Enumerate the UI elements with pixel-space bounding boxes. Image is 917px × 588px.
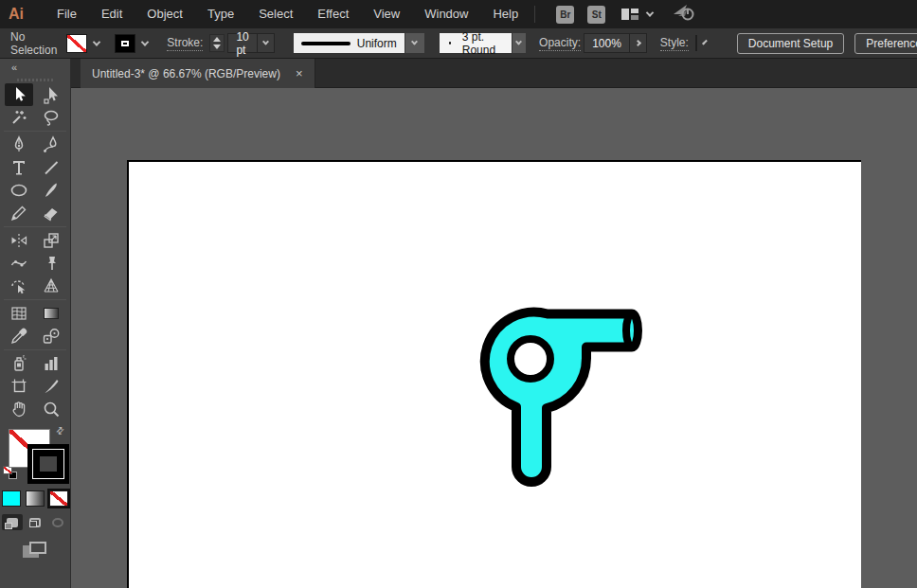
menu-select[interactable]: Select [246,0,305,28]
menu-effect[interactable]: Effect [305,0,361,28]
lasso-tool[interactable] [37,106,65,129]
fill-none-swatch[interactable] [66,34,87,53]
close-icon[interactable]: × [296,67,303,80]
lasso-icon [42,108,61,127]
graphic-style-swatch[interactable] [695,35,697,51]
draw-mode-buttons [0,514,70,530]
style-chevron[interactable] [702,39,708,45]
selection-tool[interactable] [5,83,33,106]
width-profile-dropdown[interactable]: Uniform [294,33,424,53]
none-button[interactable] [49,490,68,507]
swap-fill-stroke-icon[interactable]: ⇄ [53,424,66,437]
chevron-down-icon[interactable] [93,38,100,45]
direct-selection-tool[interactable] [37,83,65,106]
mesh-tool[interactable] [5,302,33,325]
gradient-tool[interactable] [37,302,65,325]
stroke-color-control[interactable] [115,34,153,53]
collapse-panel-icon[interactable]: « [11,62,16,73]
color-button[interactable] [2,490,21,507]
bridge-button[interactable]: Br [556,6,574,24]
draw-inside-button[interactable] [47,514,68,530]
document-title[interactable]: Untitled-3* @ 66.67% (RGB/Preview) [92,67,280,80]
brush-preview[interactable]: 3 pt. Round [440,33,512,53]
fill-color-control[interactable] [66,34,105,53]
app-logo[interactable]: Ai [9,6,24,23]
chevron-down-icon[interactable] [141,38,149,45]
draw-behind-button[interactable] [25,514,45,530]
toolbar-grip[interactable] [17,79,53,81]
opacity-value[interactable]: 100% [584,37,629,50]
hand-tool[interactable] [5,398,33,420]
workspace-switcher[interactable] [620,7,653,22]
menu-object[interactable]: Object [135,0,195,28]
scale-icon [42,231,61,250]
type-tool[interactable] [5,156,33,179]
default-fill-stroke-icon[interactable] [3,466,17,479]
gradient-button[interactable] [26,490,45,507]
eraser-tool[interactable] [37,202,65,224]
menu-view[interactable]: View [361,0,412,28]
stepper-down-icon[interactable] [213,45,221,49]
artboard-tool[interactable] [5,375,33,398]
gpu-performance-icon[interactable] [672,3,696,26]
symbol-sprayer-tool[interactable] [5,352,33,375]
magic-wand-tool[interactable] [5,106,33,129]
width-profile-preview[interactable]: Uniform [294,33,405,53]
scale-tool[interactable] [37,229,65,252]
document-setup-button[interactable]: Document Setup [737,33,844,54]
hair-dryer-body [485,312,638,482]
stroke-weight-field[interactable]: 10 pt [227,33,274,53]
canvas-area[interactable] [71,88,917,588]
width-tool[interactable] [5,252,33,275]
screen-mode-icon-front [29,542,46,554]
stroke-weight-dropdown[interactable] [257,34,274,52]
blend-tool[interactable] [37,325,65,347]
artboard-icon [9,377,28,396]
menu-edit[interactable]: Edit [89,0,135,28]
stroke-weight-value[interactable]: 10 pt [228,30,256,57]
stroke-black-swatch[interactable] [115,34,135,53]
stepper-up-icon[interactable] [213,37,221,42]
perspective-grid-tool[interactable] [37,275,65,297]
draw-normal-button[interactable] [2,514,23,530]
pencil-icon [9,204,28,223]
menu-help[interactable]: Help [480,0,530,28]
stroke-weight-stepper[interactable] [209,34,225,52]
stroke-proxy-swatch[interactable] [27,444,69,484]
puppet-warp-tool[interactable] [37,252,65,275]
document-tab-bar: Untitled-3* @ 66.67% (RGB/Preview) × [71,59,917,88]
curvature-tool[interactable] [37,134,65,156]
preferences-button[interactable]: Preferences [854,33,917,54]
paintbrush-tool[interactable] [37,179,65,202]
menu-window[interactable]: Window [412,0,480,28]
shaper-tool[interactable] [5,202,33,224]
style-panel-link[interactable]: Style: [660,36,689,51]
selection-arrow-icon [9,85,28,104]
hair-dryer-drawing [71,88,917,588]
brush-dropdown[interactable]: 3 pt. Round [428,33,526,53]
screen-mode-button[interactable] [23,542,47,560]
eyedropper-tool[interactable] [5,325,33,347]
zoom-tool[interactable] [37,398,65,420]
document-tab[interactable]: Untitled-3* @ 66.67% (RGB/Preview) × [81,59,315,88]
ellipse-tool[interactable] [5,179,33,202]
opacity-panel-link[interactable]: Opacity: [539,36,581,51]
stock-button[interactable]: St [587,6,605,24]
opacity-field[interactable]: 100% [584,33,647,53]
toolbar-divider [4,131,66,132]
menubar-separator [534,6,535,23]
pen-tool[interactable] [5,134,33,156]
hair-dryer-nozzle-cap [626,314,638,347]
menu-file[interactable]: File [45,0,89,28]
opacity-dropdown[interactable] [629,34,646,52]
rotate-tool[interactable] [5,229,33,252]
line-segment-tool[interactable] [37,156,65,179]
stroke-panel-link[interactable]: Stroke: [167,36,203,51]
column-graph-tool[interactable] [37,352,65,375]
shape-builder-tool[interactable] [5,275,33,297]
menu-type[interactable]: Type [195,0,246,28]
width-profile-value: Uniform [357,37,397,50]
width-profile-chevron[interactable] [405,33,424,53]
brush-chevron[interactable] [512,33,527,53]
slice-tool[interactable] [37,375,65,398]
